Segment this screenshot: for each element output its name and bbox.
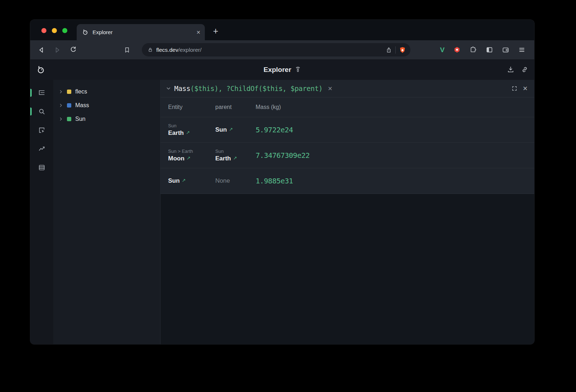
window-controls: [41, 28, 67, 33]
query-segment: ($this),: [190, 85, 226, 92]
download-icon[interactable]: [507, 66, 514, 73]
address-bar[interactable]: flecs.dev/explorer/: [142, 43, 410, 56]
tree-item[interactable]: Mass: [53, 99, 160, 112]
tab-close-icon[interactable]: ✕: [196, 29, 201, 35]
parent-name[interactable]: Earth↗: [215, 155, 256, 162]
extensions-puzzle-icon[interactable]: [469, 46, 477, 54]
close-panel-icon[interactable]: ✕: [523, 85, 528, 92]
chevron-right-icon[interactable]: [59, 90, 67, 94]
entity-color-swatch: [67, 90, 71, 94]
entity-path: Sun: [168, 123, 215, 128]
external-link-icon: ↗: [182, 178, 186, 183]
active-indicator: [30, 108, 32, 115]
flecs-logo: [36, 65, 45, 74]
extension-icons: V: [440, 46, 529, 54]
padlock-icon: [148, 47, 153, 53]
entity-cell: Sun > EarthMoon↗: [168, 149, 215, 162]
rail-search-icon[interactable]: [35, 105, 48, 118]
browser-window: Explorer ✕ +: [30, 20, 534, 344]
entity-color-swatch: [67, 103, 71, 108]
entity-name[interactable]: Moon↗: [168, 155, 215, 162]
entity-cell: SunEarth↗: [168, 123, 215, 137]
query-result-panel: Mass($this), ?ChildOf($this, $parent) ✕ …: [161, 80, 534, 194]
menu-icon[interactable]: [518, 46, 526, 54]
parent-cell: Sun↗: [215, 126, 256, 133]
back-button[interactable]: [35, 44, 48, 56]
tab-strip: Explorer ✕ +: [30, 20, 534, 40]
mass-value: 5.9722e24: [256, 126, 293, 134]
entity-name[interactable]: Earth↗: [168, 129, 215, 137]
clear-query-icon[interactable]: ✕: [328, 85, 332, 92]
query-text[interactable]: Mass($this), ?ChildOf($this, $parent): [174, 85, 323, 92]
close-window-button[interactable]: [41, 28, 46, 33]
entity-tree-panel: flecsMassSun: [53, 80, 160, 344]
column-header-parent: parent: [215, 104, 256, 110]
chevron-right-icon[interactable]: [59, 117, 67, 121]
rail-statistics-icon[interactable]: [35, 142, 48, 155]
external-link-icon: ↗: [186, 156, 190, 161]
header-actions: [507, 66, 528, 73]
mass-cell: 7.34767309e22: [256, 151, 534, 160]
query-bar: Mass($this), ?ChildOf($this, $parent) ✕ …: [161, 80, 534, 97]
mass-value: 7.34767309e22: [256, 151, 310, 160]
browser-toolbar: flecs.dev/explorer/ V: [30, 40, 534, 59]
parent-name: None: [215, 177, 256, 184]
results-header: Entity parent Mass (kg): [161, 97, 534, 117]
maximize-window-button[interactable]: [62, 28, 67, 33]
results-body: SunEarth↗Sun↗5.9722e24Sun > EarthMoon↗Su…: [161, 117, 534, 193]
mass-cell: 1.9885e31: [256, 177, 534, 185]
hexagon-extension-icon[interactable]: [453, 46, 461, 54]
external-link-icon: ↗: [233, 156, 237, 161]
rail-inspector-icon[interactable]: [35, 124, 48, 137]
table-row: Sun > EarthMoon↗SunEarth↗7.34767309e22: [161, 142, 534, 168]
chevron-right-icon[interactable]: [59, 103, 67, 108]
table-row: SunEarth↗Sun↗5.9722e24: [161, 117, 534, 142]
rail-entity-tree-icon[interactable]: [35, 86, 48, 99]
rail-commands-icon[interactable]: [35, 161, 48, 174]
content-area: flecsMassSun Mass($this), ?ChildOf($this…: [30, 80, 534, 344]
external-link-icon: ↗: [186, 130, 190, 136]
link-icon[interactable]: [521, 66, 528, 73]
url-text: flecs.dev/explorer/: [156, 47, 202, 53]
page-title: Explorer: [264, 66, 291, 74]
url-domain: flecs.dev: [156, 47, 178, 53]
query-segment: Mass: [174, 85, 190, 92]
tree-item-label: Sun: [75, 116, 85, 122]
bookmark-icon[interactable]: [121, 44, 133, 56]
brave-shields-icon[interactable]: [399, 46, 406, 54]
query-actions: ✕: [511, 85, 528, 92]
entity-cell: Sun↗: [168, 177, 215, 184]
tree-item-label: Mass: [75, 102, 89, 109]
parent-cell: SunEarth↗: [215, 149, 256, 162]
vue-devtools-extension-icon[interactable]: V: [440, 46, 445, 54]
share-icon[interactable]: [386, 47, 392, 53]
column-header-entity: Entity: [168, 104, 215, 110]
mass-cell: 5.9722e24: [256, 126, 534, 134]
external-link-icon: ↗: [229, 127, 233, 132]
browser-tab[interactable]: Explorer ✕: [77, 24, 205, 40]
entity-name[interactable]: Sun↗: [168, 177, 215, 184]
tree-item[interactable]: flecs: [53, 85, 160, 99]
sidebar-panel-icon[interactable]: [486, 46, 493, 54]
reload-button[interactable]: [67, 44, 79, 56]
tree-item[interactable]: Sun: [53, 112, 160, 126]
mass-value: 1.9885e31: [256, 177, 293, 185]
parent-name[interactable]: Sun↗: [215, 126, 256, 133]
icon-rail: [30, 80, 53, 344]
app-header: Explorer: [30, 59, 534, 80]
minimize-window-button[interactable]: [52, 28, 57, 33]
page-title-group: Explorer: [30, 66, 534, 74]
wallet-icon[interactable]: [502, 46, 509, 54]
fullscreen-icon[interactable]: [511, 85, 518, 92]
entity-path: Sun > Earth: [168, 149, 215, 154]
divider: [395, 46, 396, 54]
favicon-flecs-logo: [82, 29, 89, 36]
parent-path: Sun: [215, 149, 256, 154]
forward-button[interactable]: [51, 44, 63, 56]
active-indicator: [30, 89, 32, 97]
flecs-explorer-page: Explorer: [30, 59, 534, 344]
connection-remote-icon: [295, 67, 301, 73]
query-segment: ?ChildOf($this, $parent): [226, 85, 323, 92]
chevron-down-icon[interactable]: [166, 86, 171, 91]
new-tab-button[interactable]: +: [210, 26, 221, 36]
